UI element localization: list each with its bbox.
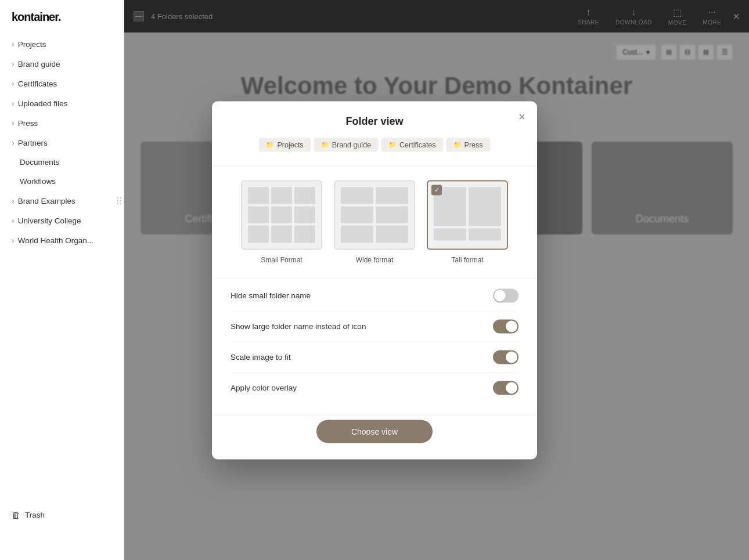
toggle-scale-image[interactable] <box>493 350 518 364</box>
grid-cell <box>469 187 501 226</box>
grid-cell <box>341 187 373 204</box>
trash-icon: 🗑 <box>12 510 20 520</box>
grid-cell <box>341 206 373 223</box>
grid-cell <box>294 226 315 243</box>
grid-cell <box>376 206 408 223</box>
setting-row-show-large: Show large folder name instead of icon <box>231 311 518 342</box>
sidebar-item-certificates[interactable]: Certificates <box>0 74 124 93</box>
modal-title: Folder view <box>228 115 521 127</box>
folder-icon-certificates: 📁 <box>388 141 397 149</box>
sidebar-item-university-college[interactable]: University College <box>0 211 124 230</box>
grid-cell <box>376 226 408 243</box>
setting-row-color-overlay: Apply color overlay <box>231 373 518 403</box>
format-label-wide: Wide format <box>356 255 394 263</box>
sidebar-item-brand-guide[interactable]: Brand guide <box>0 54 124 74</box>
grid-cell <box>271 187 292 204</box>
choose-view-button[interactable]: Choose view <box>316 420 433 443</box>
sidebar: kontainer. Projects Brand guide Certific… <box>0 0 124 560</box>
setting-label-hide-name: Hide small folder name <box>231 291 311 300</box>
sidebar-item-brand-examples[interactable]: Brand Examples <box>0 191 124 211</box>
toggle-knob <box>494 290 506 301</box>
setting-row-hide-name: Hide small folder name <box>231 280 518 311</box>
grid-cell <box>271 206 292 223</box>
app-logo: kontainer. <box>0 0 124 34</box>
tab-press[interactable]: 📁 Press <box>446 138 490 151</box>
drag-handle[interactable] <box>114 195 124 207</box>
tab-certificates[interactable]: 📁 Certificates <box>381 138 443 151</box>
sidebar-trash[interactable]: 🗑 Trash <box>0 505 124 525</box>
setting-row-scale-image: Scale image to fit <box>231 342 518 373</box>
setting-label-color-overlay: Apply color overlay <box>231 384 297 392</box>
sidebar-item-world-health[interactable]: World Health Organ... <box>0 230 124 250</box>
grid-cell <box>469 228 501 240</box>
grid-cell <box>271 226 292 243</box>
format-preview-small <box>241 180 322 250</box>
grid-cell <box>434 228 466 240</box>
grid-cell <box>248 206 269 223</box>
format-label-small: Small Format <box>261 255 302 263</box>
format-preview-wide <box>334 180 415 250</box>
folder-view-modal: Folder view × 📁 Projects 📁 Brand guide 📁… <box>212 101 537 459</box>
setting-label-scale-image: Scale image to fit <box>231 353 291 362</box>
format-preview-tall: ✓ <box>427 180 508 250</box>
format-option-tall[interactable]: ✓ Tall format <box>427 180 508 263</box>
settings-section: Hide small folder name Show large folder… <box>212 277 537 414</box>
format-section: Small Format Wide format ✓ <box>212 166 537 277</box>
toggle-knob <box>506 351 517 363</box>
toggle-apply-color-overlay[interactable] <box>493 381 518 395</box>
toggle-hide-small-folder-name[interactable] <box>493 288 518 302</box>
folder-icon-projects: 📁 <box>266 141 274 149</box>
toggle-knob <box>506 320 517 332</box>
sidebar-item-partners[interactable]: Partners <box>0 133 124 153</box>
selected-check-icon: ✓ <box>431 185 442 195</box>
format-option-small[interactable]: Small Format <box>241 180 322 263</box>
tab-projects[interactable]: 📁 Projects <box>259 138 310 151</box>
modal-header: Folder view × 📁 Projects 📁 Brand guide 📁… <box>212 101 537 151</box>
grid-cell <box>376 187 408 204</box>
toggle-knob <box>506 382 517 393</box>
sidebar-item-documents[interactable]: Documents <box>0 153 124 172</box>
grid-cell <box>248 187 269 204</box>
modal-tabs: 📁 Projects 📁 Brand guide 📁 Certificates … <box>228 138 521 151</box>
sidebar-item-workflows[interactable]: Workflows <box>0 172 124 191</box>
setting-label-show-large: Show large folder name instead of icon <box>231 322 366 331</box>
grid-cell <box>294 187 315 204</box>
format-label-tall: Tall format <box>451 255 483 263</box>
toggle-show-large-folder-name[interactable] <box>493 319 518 333</box>
grid-cell <box>294 206 315 223</box>
grid-cell <box>248 226 269 243</box>
tab-brand-guide[interactable]: 📁 Brand guide <box>314 138 378 151</box>
modal-footer: Choose view <box>212 414 537 459</box>
sidebar-item-uploaded-files[interactable]: Uploaded files <box>0 93 124 113</box>
format-option-wide[interactable]: Wide format <box>334 180 415 263</box>
sidebar-item-projects[interactable]: Projects <box>0 34 124 54</box>
grid-cell <box>341 226 373 243</box>
folder-icon-press: 📁 <box>453 141 462 149</box>
sidebar-item-press[interactable]: Press <box>0 113 124 133</box>
modal-close-button[interactable]: × <box>518 110 525 122</box>
folder-icon-brand-guide: 📁 <box>321 141 329 149</box>
